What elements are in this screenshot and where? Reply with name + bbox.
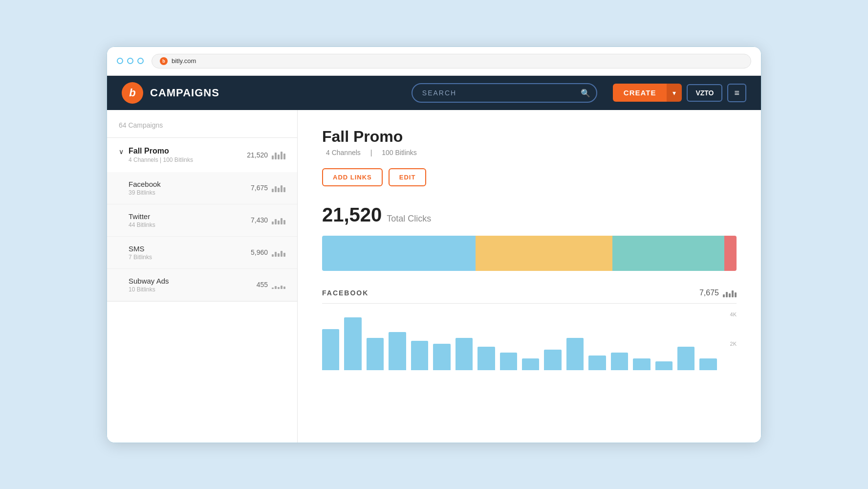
edit-button[interactable]: EDIT <box>389 168 427 186</box>
twitter-bar-icon <box>272 216 285 224</box>
chart-y-labels: 4K 2K <box>730 311 737 370</box>
browser-dot-1 <box>117 58 123 64</box>
content-separator: | <box>370 149 372 156</box>
campaign-main-row[interactable]: ∨ Fall Promo 4 Channels | 100 Bitlinks 2… <box>107 138 297 172</box>
campaign-stats: 21,520 <box>247 151 285 159</box>
logo-area: b CAMPAIGNS <box>122 82 219 104</box>
channel-name-subway-ads: Subway Ads <box>129 277 169 285</box>
chart-bar-14 <box>611 353 628 370</box>
page-title: Fall Promo <box>322 128 737 146</box>
chart-bar-2 <box>344 317 361 370</box>
url-text: bitly.com <box>172 57 196 65</box>
chevron-down-icon: ∨ <box>119 148 124 156</box>
search-input[interactable] <box>412 83 597 103</box>
total-clicks: 21,520 Total Clicks <box>322 204 737 226</box>
channel-meta-subway-ads: 10 Bitlinks <box>129 286 169 293</box>
campaigns-count: 64 Campaigns <box>119 121 163 129</box>
campaign-meta: 4 Channels | 100 Bitlinks <box>129 156 193 163</box>
channel-info-subway-ads: Subway Ads 10 Bitlinks <box>129 277 169 293</box>
chart-bar-15 <box>633 358 650 370</box>
bar-chart-icon <box>272 151 285 159</box>
chart-bar-9 <box>500 353 517 370</box>
content-area: Fall Promo 4 Channels | 100 Bitlinks ADD… <box>298 110 761 443</box>
facebook-section-header: FACEBOOK 7,675 <box>322 289 737 304</box>
channel-info-twitter: Twitter 44 Bitlinks <box>129 212 155 228</box>
campaign-main-left: ∨ Fall Promo 4 Channels | 100 Bitlinks <box>119 147 193 163</box>
chart-bar-8 <box>477 347 495 370</box>
chart-bar-10 <box>522 358 539 370</box>
sms-bar-icon <box>272 248 285 257</box>
facebook-section-stat: 7,675 <box>699 289 737 297</box>
chart-bar-16 <box>655 361 673 370</box>
search-icon[interactable]: 🔍 <box>581 88 590 97</box>
browser-dots <box>117 58 144 64</box>
channel-item-facebook[interactable]: Facebook 39 Bitlinks 7,675 <box>107 172 297 204</box>
total-clicks-number: 21,520 <box>322 204 382 226</box>
browser-dot-2 <box>127 58 133 64</box>
twitter-stats: 7,430 <box>251 216 285 224</box>
browser-dot-3 <box>137 58 144 64</box>
chart-bar-4 <box>389 332 406 370</box>
browser-window: b bitly.com b CAMPAIGNS 🔍 CREATE ▾ VZTO … <box>107 46 761 443</box>
facebook-clicks: 7,675 <box>251 184 268 192</box>
chart-bar-11 <box>544 350 561 370</box>
channel-name-sms: SMS <box>129 244 152 253</box>
sms-stats: 5,960 <box>251 248 285 257</box>
search-container: 🔍 <box>412 83 597 103</box>
campaign-info: Fall Promo 4 Channels | 100 Bitlinks <box>129 147 193 163</box>
campaign-item: ∨ Fall Promo 4 Channels | 100 Bitlinks 2… <box>107 138 297 302</box>
channel-info-facebook: Facebook 39 Bitlinks <box>129 180 161 196</box>
channel-meta-facebook: 39 Bitlinks <box>129 189 161 196</box>
header-actions: CREATE ▾ VZTO ≡ <box>613 84 746 102</box>
facebook-stats: 7,675 <box>251 183 285 192</box>
channel-item-subway-ads[interactable]: Subway Ads 10 Bitlinks 455 <box>107 269 297 301</box>
y-label-2k: 2K <box>730 341 737 347</box>
channel-item-sms[interactable]: SMS 7 Bitlinks 5,960 <box>107 237 297 269</box>
bitly-favicon-icon: b <box>160 57 168 65</box>
address-bar[interactable]: b bitly.com <box>152 54 751 68</box>
chart-bar-17 <box>677 347 694 370</box>
bar-segment-sms <box>612 236 724 271</box>
channel-info-sms: SMS 7 Bitlinks <box>129 244 152 261</box>
create-button[interactable]: CREATE <box>613 84 667 102</box>
create-dropdown-button[interactable]: ▾ <box>667 84 682 102</box>
menu-button[interactable]: ≡ <box>727 84 746 102</box>
facebook-section-bar-icon <box>723 289 737 297</box>
twitter-clicks: 7,430 <box>251 216 268 224</box>
content-channels: 4 Channels <box>326 149 361 156</box>
channel-meta-twitter: 44 Bitlinks <box>129 222 155 228</box>
stacked-bar-chart <box>322 236 737 271</box>
subway-ads-stats: 455 <box>257 280 285 289</box>
chart-bar-7 <box>456 338 473 370</box>
facebook-bar-icon <box>272 183 285 192</box>
channel-item-twitter[interactable]: Twitter 44 Bitlinks 7,430 <box>107 204 297 237</box>
chart-bar-12 <box>566 338 584 370</box>
bar-segment-twitter <box>476 236 612 271</box>
subway-ads-bar-icon <box>272 280 285 289</box>
create-button-group: CREATE ▾ <box>613 84 682 102</box>
browser-chrome: b bitly.com <box>107 47 761 76</box>
chart-bar-5 <box>411 341 428 370</box>
sidebar: 64 Campaigns ∨ Fall Promo 4 Channels | 1… <box>107 110 298 443</box>
main-layout: 64 Campaigns ∨ Fall Promo 4 Channels | 1… <box>107 110 761 443</box>
action-buttons: ADD LINKS EDIT <box>322 168 737 186</box>
campaign-clicks: 21,520 <box>247 151 268 159</box>
subway-ads-clicks: 455 <box>257 281 268 289</box>
content-bitlinks: 100 Bitlinks <box>382 149 417 156</box>
user-button[interactable]: VZTO <box>687 84 722 102</box>
channel-name-facebook: Facebook <box>129 180 161 188</box>
y-label-4k: 4K <box>730 311 737 317</box>
chart-bar-13 <box>588 356 606 370</box>
chart-bar-3 <box>367 338 384 370</box>
campaign-name: Fall Promo <box>129 147 193 156</box>
app-title: CAMPAIGNS <box>150 87 219 99</box>
content-subtitle: 4 Channels | 100 Bitlinks <box>322 149 737 156</box>
facebook-bar-chart: 4K 2K <box>322 311 737 370</box>
sidebar-header: 64 Campaigns <box>107 110 297 138</box>
bar-segment-facebook <box>322 236 476 271</box>
facebook-section-name: FACEBOOK <box>322 289 369 297</box>
chart-bar-18 <box>699 358 716 370</box>
chart-bar-1 <box>322 329 339 370</box>
app-header: b CAMPAIGNS 🔍 CREATE ▾ VZTO ≡ <box>107 76 761 110</box>
add-links-button[interactable]: ADD LINKS <box>322 168 383 186</box>
